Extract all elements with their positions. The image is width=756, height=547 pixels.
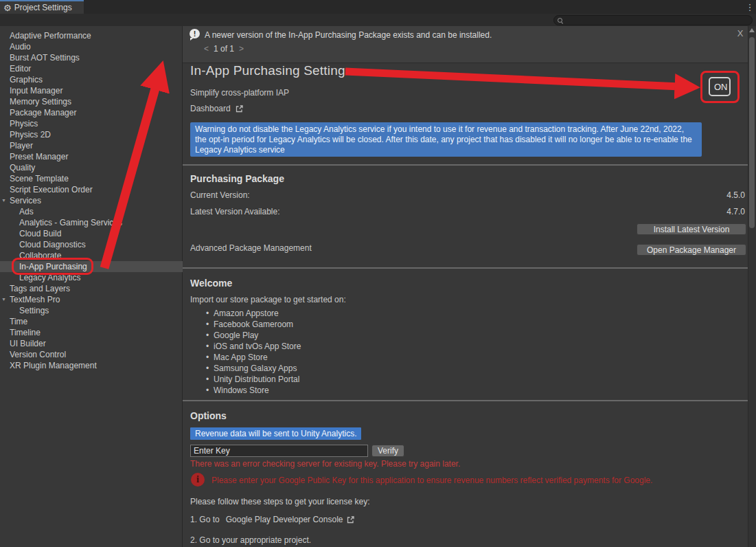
latest-version-value: 4.7.0 [726,207,745,216]
step-1-prefix: 1. Go to [190,515,220,524]
sidebar-item-label: Legacy Analytics [19,273,80,282]
store-list: •Amazon Appstore•Facebook Gameroom•Googl… [206,308,301,396]
search-box[interactable] [553,15,753,25]
main-panel [183,26,756,547]
sidebar-item-editor[interactable]: Editor [0,63,183,74]
sidebar-item-burst-aot-settings[interactable]: Burst AOT Settings [0,52,183,63]
store-name: Google Play [214,331,258,340]
project-settings-window: ⚙ Project Settings ⋮ Adaptive Performanc… [0,0,756,547]
analytics-revenue-badge: Revenue data will be sent to Unity Analy… [190,427,361,440]
open-package-manager-button[interactable]: Open Package Manager [637,244,746,256]
pager-next-icon[interactable]: > [239,44,244,54]
latest-version-label: Latest Version Available: [190,207,280,216]
search-input[interactable] [563,16,748,25]
sidebar-item-preset-manager[interactable]: Preset Manager [0,151,183,162]
external-link-icon [346,515,355,524]
chevron-down-icon[interactable]: ▼ [1,195,6,206]
sidebar-item-physics-2d[interactable]: Physics 2D [0,129,183,140]
sidebar-item-textmesh-pro[interactable]: ▼TextMesh Pro [0,294,183,305]
sidebar-item-label: Quality [10,163,35,172]
sidebar-item-label: Tags and Layers [10,284,70,293]
verify-button[interactable]: Verify [371,445,404,457]
store-name: Windows Store [214,386,269,395]
page-subtitle: Simplify cross-platform IAP [190,88,289,98]
store-name: Samsung Galaxy Apps [214,364,297,373]
iap-toggle-on-button[interactable]: ON [709,77,731,96]
sidebar-item-adaptive-performance[interactable]: Adaptive Performance [0,30,183,41]
sidebar-item-label: Editor [10,64,31,74]
sidebar-item-ads[interactable]: Ads [0,206,183,217]
search-icon [558,18,563,23]
sidebar-item-label: Physics [10,119,38,129]
store-list-item: •Facebook Gameroom [206,319,301,330]
chevron-down-icon[interactable]: ▼ [1,294,6,305]
steps-intro: Please follow these steps to get your li… [190,497,369,506]
sidebar-item-collaborate[interactable]: Collaborate [0,250,183,261]
sidebar-item-label: Physics 2D [10,130,51,139]
settings-sidebar: Adaptive PerformanceAudioBurst AOT Setti… [0,26,183,547]
sidebar-item-graphics[interactable]: Graphics [0,74,183,85]
sidebar-item-package-manager[interactable]: Package Manager [0,107,183,118]
sidebar-item-timeline[interactable]: Timeline [0,327,183,338]
alert-bubble-icon: ! [190,29,200,38]
bullet-icon: • [206,385,214,396]
sidebar-item-input-manager[interactable]: Input Manager [0,85,183,96]
sidebar-item-label: Preset Manager [10,152,68,161]
store-name: Mac App Store [214,353,268,362]
sidebar-item-legacy-analytics[interactable]: Legacy Analytics [0,272,183,283]
google-play-console-link[interactable]: Google Play Developer Console [226,515,343,524]
dashboard-link[interactable]: Dashboard [190,104,244,113]
sidebar-item-settings[interactable]: Settings [0,305,183,316]
bullet-icon: • [206,352,214,363]
sidebar-item-label: Input Manager [10,86,62,96]
store-list-item: •Mac App Store [206,352,301,363]
sidebar-item-scene-template[interactable]: Scene Template [0,173,183,184]
close-icon[interactable]: X [735,28,746,39]
sidebar-item-label: Services [10,196,41,205]
scroll-up-icon[interactable] [749,28,755,32]
tab-project-settings[interactable]: ⚙ Project Settings [0,0,84,14]
pager-label: 1 of 1 [214,44,234,54]
step-2: 2. Go to your appropriate project. [190,535,311,545]
sidebar-item-analytics-gaming-services[interactable]: Analytics - Gaming Services [0,217,183,228]
sidebar-item-memory-settings[interactable]: Memory Settings [0,96,183,107]
sidebar-item-script-execution-order[interactable]: Script Execution Order [0,184,183,195]
install-latest-version-button[interactable]: Install Latest Version [637,223,746,235]
pager-prev-icon[interactable]: < [204,44,209,54]
sidebar-item-label: Ads [19,207,34,216]
sidebar-item-label: UI Builder [10,339,46,348]
error-info-icon: i [191,473,205,487]
current-version-label: Current Version: [190,190,250,200]
sidebar-item-player[interactable]: Player [0,140,183,151]
kebab-menu-icon[interactable]: ⋮ [744,1,755,13]
banner-pager: < 1 of 1 > [204,44,244,54]
page-title: In-App Purchasing Settings [190,63,352,78]
sidebar-item-label: Player [10,141,33,150]
bullet-icon: • [206,341,214,352]
sidebar-item-version-control[interactable]: Version Control [0,349,183,360]
license-key-input[interactable] [190,445,368,457]
sidebar-item-physics[interactable]: Physics [0,118,183,129]
dashboard-link-label: Dashboard [190,104,231,113]
welcome-title: Welcome [190,278,232,289]
banner-message: A newer version of the In-App Purchasing… [205,30,492,40]
sidebar-item-label: Time [10,317,27,326]
sidebar-item-tags-and-layers[interactable]: Tags and Layers [0,283,183,294]
scrollbar-thumb[interactable] [749,37,755,228]
current-version-value: 4.5.0 [726,190,745,200]
window-title: Project Settings [14,3,72,12]
options-title: Options [190,410,227,421]
section-divider [183,164,756,166]
sidebar-item-ui-builder[interactable]: UI Builder [0,338,183,349]
sidebar-list: Adaptive PerformanceAudioBurst AOT Setti… [0,30,183,371]
sidebar-item-label: Audio [10,42,31,52]
sidebar-item-services[interactable]: ▼Services [0,195,183,206]
sidebar-item-cloud-build[interactable]: Cloud Build [0,228,183,239]
sidebar-item-xr-plugin-management[interactable]: XR Plugin Management [0,360,183,371]
sidebar-item-in-app-purchasing[interactable]: In-App Purchasing [0,261,183,272]
sidebar-item-cloud-diagnostics[interactable]: Cloud Diagnostics [0,239,183,250]
sidebar-item-audio[interactable]: Audio [0,41,183,52]
sidebar-item-quality[interactable]: Quality [0,162,183,173]
sidebar-item-time[interactable]: Time [0,316,183,327]
sidebar-item-label: Timeline [10,328,41,337]
